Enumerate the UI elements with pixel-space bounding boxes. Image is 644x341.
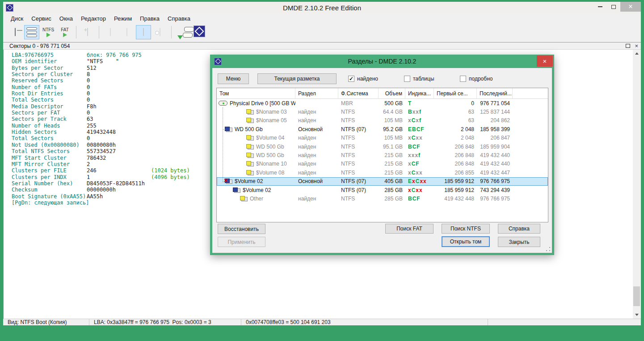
partition-type-cell: найден — [295, 168, 338, 177]
first-sector-cell: 2 048 — [434, 125, 477, 133]
scrollbar-thumb[interactable] — [633, 286, 640, 306]
partition-row-9[interactable]: ×$Volume 02ОсновнойNTFS (07)405 GBExCxx1… — [217, 177, 548, 186]
first-sector-cell: 63 — [434, 116, 477, 125]
clone-drive-button[interactable] — [175, 25, 190, 39]
close-button[interactable]: × — [620, 2, 641, 12]
resize-grip[interactable] — [546, 247, 551, 251]
partition-row-1[interactable]: $Noname 03найденNTFS64.4 GBBxxf63125 837… — [217, 107, 548, 116]
partition-row-4[interactable]: $Volume 04найденNTFS105 MBxCxx2 048206 8… — [217, 134, 548, 142]
boot-field-value: 00800080h — [87, 142, 116, 148]
partition-row-6[interactable]: WD 500 GbнайденNTFS215 GBxxxf206 848419 … — [217, 151, 548, 159]
indicator-letter: B — [408, 144, 412, 150]
menu-item-0[interactable]: Диск — [7, 14, 27, 23]
column-header-1[interactable]: Раздел — [295, 88, 338, 98]
partition-row-0[interactable]: Physical Drive 0 [500 GB W...MBR500 GBT0… — [217, 99, 548, 107]
help-button[interactable]: Справка — [498, 224, 540, 234]
vertical-scrollbar[interactable] — [633, 50, 640, 319]
sectors-panel-header: Секторы 0 - 976 771 054 × — [3, 42, 641, 50]
column-header-6[interactable]: Последний... — [477, 88, 513, 98]
deleted-partition-icon: × — [225, 179, 232, 184]
size-cell: 105 MB — [379, 116, 405, 125]
close-dialog-button[interactable]: Закрыть — [498, 237, 540, 247]
fat-search-button[interactable]: FAT — [57, 25, 72, 39]
dialog-close-button[interactable]: × — [537, 55, 553, 67]
indicator-letter: x — [415, 152, 418, 158]
partition-row-3[interactable]: WD 500 GbОсновнойNTFS (07)95.2 GBEBCF2 0… — [217, 125, 548, 133]
files-view-button[interactable] — [119, 25, 135, 39]
first-sector-cell: 185 959 912 — [434, 177, 477, 186]
indicator-letter: x — [416, 187, 419, 193]
volume-name: $Volume 04 — [256, 135, 284, 141]
last-sector-cell: 419 432 440 — [477, 151, 513, 159]
scroll-down-button[interactable] — [633, 311, 640, 319]
checkbox-1[interactable]: таблицы — [404, 76, 445, 82]
minimize-button[interactable] — [593, 2, 607, 12]
tree-view-button[interactable] — [103, 25, 118, 39]
checkbox-0[interactable]: ✓найдено — [348, 76, 389, 82]
panel-maximize-icon[interactable] — [626, 44, 630, 48]
boot-record-row: Total Sectors0 — [12, 97, 145, 103]
boot-field-label: Hidden Sectors — [12, 129, 87, 135]
tree-guide-line — [223, 107, 223, 182]
column-header-2[interactable]: Ф.Система — [338, 88, 379, 98]
column-header-5[interactable]: Первый се... — [434, 88, 477, 98]
column-header-4[interactable]: Индика... — [405, 88, 434, 98]
search-view-button[interactable] — [152, 25, 168, 39]
volume-name-cell: WD 500 Gb — [217, 142, 295, 151]
menu-item-3[interactable]: Редактор — [77, 14, 110, 23]
menu-item-1[interactable]: Сервис — [27, 14, 55, 23]
current-layout-button[interactable]: Текущая разметка — [257, 73, 337, 84]
menu-item-6[interactable]: Справка — [164, 14, 194, 23]
partition-row-11[interactable]: OtherнайденNTFS285 GBBCF419 432 448976 7… — [217, 194, 548, 203]
maximize-button[interactable] — [607, 2, 620, 12]
column-header-0[interactable]: Том — [217, 88, 295, 98]
sectors-view-button[interactable] — [136, 25, 151, 39]
filesystem-cell: NTFS — [338, 107, 379, 116]
boot-record-row: Number of Heads255 — [12, 123, 145, 129]
last-sector-cell: 976 771 054 — [477, 99, 513, 107]
construct-volume-button[interactable] — [80, 25, 95, 39]
find-ntfs-button[interactable]: Поиск NTFS — [442, 224, 490, 234]
last-sector-cell: 419 432 440 — [477, 160, 513, 168]
volume-name-cell: ×$Volume 02 — [217, 177, 295, 186]
up-arrow-icon — [635, 52, 639, 55]
dmde-about-button[interactable] — [192, 25, 207, 39]
indicator-letter: F — [416, 161, 419, 167]
menu-item-5[interactable]: Правка — [136, 14, 164, 23]
ntfs-search-button[interactable]: NTFS — [41, 25, 56, 39]
boot-field-value: 0 — [87, 84, 90, 90]
volume-name-cell: $Volume 08 — [217, 168, 295, 177]
open-volume-button[interactable]: Открыть том — [442, 236, 490, 247]
restore-button[interactable]: Восстановить — [218, 224, 265, 234]
indicators-cell: ExCxx — [405, 177, 434, 186]
partition-row-2[interactable]: $Noname 05найденNTFS105 MBxCxf63204 862 — [217, 116, 548, 125]
find-fat-button[interactable]: Поиск FAT — [385, 224, 434, 234]
disk-view-button[interactable] — [8, 25, 23, 39]
close-icon: × — [628, 3, 632, 10]
partition-row-7[interactable]: $Noname 10найденNTFS215 GBxCF206 848419 … — [217, 160, 548, 168]
menu-item-4[interactable]: Режим — [110, 14, 136, 23]
scroll-up-button[interactable] — [633, 50, 640, 57]
dialog-title-bar[interactable]: Разделы - DMDE 2.10.2 × — [210, 55, 554, 68]
checkbox-group: ✓найденотаблицыподробно — [348, 73, 501, 84]
checkbox-2[interactable]: подробно — [460, 76, 501, 82]
apply-button[interactable]: Применить — [218, 237, 265, 247]
partitions-view-button[interactable] — [24, 25, 39, 39]
volume-name: $Volume 08 — [256, 170, 284, 176]
found-volume-icon — [246, 135, 254, 141]
menu-item-2[interactable]: Окна — [55, 14, 77, 23]
partition-row-10[interactable]: $Volume 02NTFS (07)285 GBxCxx185 959 912… — [217, 186, 548, 194]
indicator-letter: x — [412, 109, 416, 115]
boot-record-row: Media DescriptorF8h — [12, 103, 145, 110]
checkbox-box — [460, 76, 466, 82]
panel-close-icon[interactable]: × — [635, 43, 638, 49]
partition-row-5[interactable]: WD 500 GbнайденNTFS95.1 GBBCF206 848185 … — [217, 142, 548, 151]
checkbox-box — [404, 76, 410, 82]
column-header-3[interactable]: Объем — [379, 88, 405, 98]
menu-button[interactable]: Меню — [218, 73, 249, 84]
main-title-bar[interactable]: DMDE 2.10.2 Free Edition × — [3, 2, 641, 13]
indicators-cell: xCF — [405, 160, 434, 168]
partition-row-8[interactable]: $Volume 08найденNTFS215 GBxCxx206 855419… — [217, 168, 548, 177]
boot-field-value: 00000000h — [87, 187, 116, 193]
dialog-title: Разделы - DMDE 2.10.2 — [210, 58, 554, 65]
